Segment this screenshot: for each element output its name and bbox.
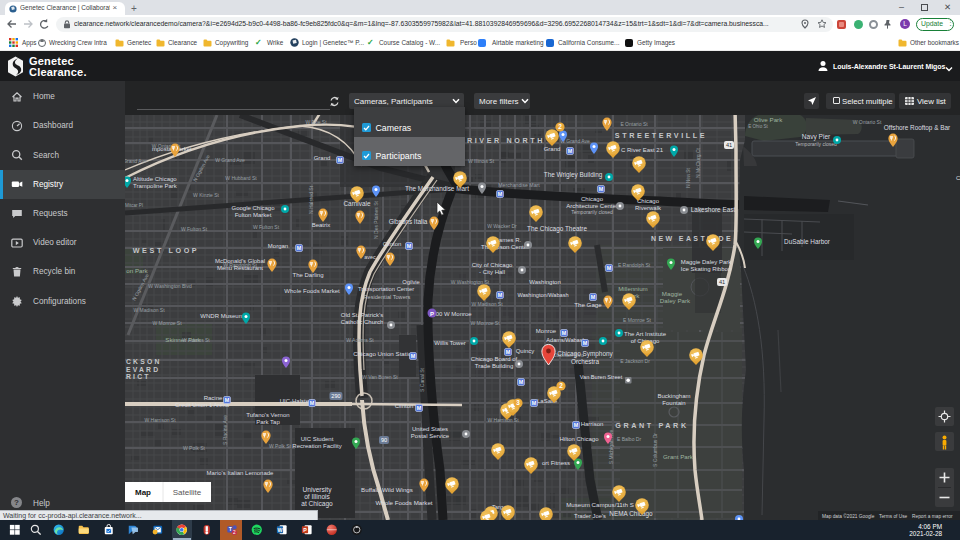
svg-text:M: M [310, 400, 315, 406]
svg-text:United States: United States [412, 426, 448, 432]
svg-text:N Des Plaines St: N Des Plaines St [373, 200, 379, 238]
svg-text:M: M [591, 294, 596, 300]
svg-text:W Polk St: W Polk St [183, 445, 206, 451]
svg-text:W Ontario St: W Ontario St [853, 119, 882, 125]
svg-text:Ice Skating Ribbon: Ice Skating Ribbon [681, 266, 731, 272]
svg-text:Chicago Union Station: Chicago Union Station [353, 350, 415, 357]
svg-text:avec: avec [364, 254, 376, 260]
svg-text:McDonald's Global: McDonald's Global [215, 258, 265, 264]
svg-text:Whole Foods Market: Whole Foods Market [375, 499, 432, 506]
svg-text:W Grand Ave: W Grand Ave [215, 157, 245, 163]
svg-text:W Monroe St: W Monroe St [152, 320, 182, 326]
svg-text:S Columbus Dr: S Columbus Dr [652, 433, 658, 467]
svg-text:CKSON: CKSON [126, 358, 162, 365]
svg-text:Recreation Facility: Recreation Facility [292, 443, 341, 449]
svg-text:Grant Park: Grant Park [663, 453, 694, 460]
svg-text:Menu Restaurant: Menu Restaurant [217, 265, 263, 271]
svg-text:Harrison: Harrison [581, 421, 604, 427]
svg-text:W Harrison St: W Harrison St [144, 417, 176, 423]
svg-text:W Van Buren St: W Van Buren St [362, 374, 398, 380]
svg-text:E Balbo Dr: E Balbo Dr [617, 436, 642, 442]
svg-text:Map: Map [135, 488, 151, 497]
svg-text:M: M [411, 353, 416, 359]
svg-text:Chicago: Chicago [637, 198, 660, 204]
svg-text:M: M [338, 157, 343, 163]
svg-text:Washington: Washington [529, 279, 560, 285]
svg-text:M: M [506, 349, 511, 355]
svg-text:Merchandise Mart: Merchandise Mart [498, 182, 540, 188]
svg-text:NEMA Chicago: NEMA Chicago [609, 510, 653, 518]
svg-text:M: M [498, 292, 503, 298]
svg-text:290: 290 [331, 393, 340, 399]
svg-text:Buffalo Wild Wings: Buffalo Wild Wings [361, 486, 413, 493]
svg-text:Gibsons Italia: Gibsons Italia [389, 218, 428, 225]
svg-text:Millennium: Millennium [618, 285, 648, 292]
svg-text:Transportation Center: Transportation Center [358, 286, 414, 292]
svg-text:Google Chicago: Google Chicago [231, 205, 275, 211]
svg-text:Map data ©2021 Google: Map data ©2021 Google [822, 513, 875, 519]
svg-text:Residential Towers: Residential Towers [364, 294, 411, 300]
svg-text:Fulton Market: Fulton Market [235, 212, 272, 218]
svg-text:of Illinois: of Illinois [304, 493, 330, 500]
svg-text:W Madison St: W Madison St [133, 307, 165, 313]
svg-text:ames R.: ames R. [499, 237, 522, 243]
svg-text:Olive Park: Olive Park [754, 116, 783, 123]
svg-text:Adams/Wabash: Adams/Wabash [546, 337, 585, 343]
svg-text:Park Tap: Park Tap [256, 419, 280, 425]
svg-text:W Illinois St: W Illinois St [468, 158, 495, 164]
svg-text:Clinton: Clinton [383, 241, 402, 247]
svg-text:Grand: Grand [314, 155, 331, 161]
svg-text:W Polk St: W Polk St [269, 443, 292, 449]
svg-text:Whole Foods Market: Whole Foods Market [284, 288, 340, 294]
svg-text:41: 41 [726, 142, 732, 148]
svg-text:- City Hall: - City Hall [479, 269, 505, 275]
svg-text:Credit Union 1 Arena: Credit Union 1 Arena [175, 402, 230, 408]
svg-text:Maggie Daley Park: Maggie Daley Park [681, 259, 733, 265]
svg-text:NEW EASTSIDE: NEW EASTSIDE [651, 235, 733, 242]
svg-text:RICT: RICT [126, 373, 151, 380]
svg-text:N Halsted St: N Halsted St [308, 185, 314, 214]
svg-text:The Wrigley Building: The Wrigley Building [544, 171, 603, 179]
svg-text:N McClurg Ct: N McClurg Ct [695, 147, 701, 178]
svg-text:N New St: N New St [686, 168, 691, 188]
svg-text:M: M [562, 330, 567, 336]
svg-text:Orchestra: Orchestra [571, 358, 600, 365]
svg-text:2: 2 [559, 382, 563, 389]
svg-text:UIC Student: UIC Student [301, 436, 334, 442]
svg-text:E Monroe St: E Monroe St [623, 317, 651, 323]
svg-text:W Washington Blvd: W Washington Blvd [148, 283, 192, 289]
svg-text:M: M [574, 422, 579, 428]
svg-text:90: 90 [381, 437, 387, 443]
svg-text:M: M [607, 265, 612, 271]
svg-text:UIC-Halsted: UIC-Halsted [280, 398, 313, 404]
svg-text:Lakeshore East: Lakeshore East [691, 206, 736, 213]
svg-text:Monroe: Monroe [536, 328, 557, 334]
svg-text:ort Fitness: ort Fitness [542, 460, 570, 466]
svg-text:EVARD: EVARD [126, 366, 160, 373]
svg-text:Trade Building: Trade Building [475, 363, 513, 369]
svg-text:W Adams St: W Adams St [182, 337, 210, 343]
svg-text:DuSable Harbor: DuSable Harbor [784, 238, 831, 245]
svg-text:STREETERVILLE: STREETERVILLE [615, 131, 707, 140]
svg-text:Temporarily closed: Temporarily closed [571, 209, 613, 215]
svg-text:W Harrison St: W Harrison St [487, 417, 519, 423]
svg-text:M: M [417, 405, 422, 411]
svg-text:at Chicago: at Chicago [301, 500, 333, 508]
svg-text:W Fulton St: W Fulton St [253, 224, 280, 230]
svg-text:Terms of Use: Terms of Use [879, 514, 908, 519]
svg-text:Altitude Chicago: Altitude Chicago [133, 176, 177, 182]
svg-text:Maggie: Maggie [662, 290, 683, 297]
svg-text:Grand Ave: Grand Ave [125, 158, 147, 164]
svg-text:W Madison St: W Madison St [471, 301, 503, 307]
svg-text:Catholic Church: Catholic Church [341, 319, 384, 325]
svg-text:WEST LOOP: WEST LOOP [133, 246, 200, 255]
svg-text:Buckingham: Buckingham [657, 393, 690, 399]
svg-text:Museum Campus/11th S: Museum Campus/11th S [566, 501, 634, 508]
svg-text:41: 41 [719, 279, 725, 285]
svg-text:M: M [225, 397, 230, 403]
svg-text:E Jackson Dr: E Jackson Dr [620, 358, 650, 364]
svg-text:W Adams St: W Adams St [346, 337, 374, 343]
svg-text:Quincy: Quincy [516, 348, 535, 354]
svg-text:City of Chicago: City of Chicago [472, 262, 513, 268]
svg-text:C River East 21: C River East 21 [621, 147, 664, 153]
